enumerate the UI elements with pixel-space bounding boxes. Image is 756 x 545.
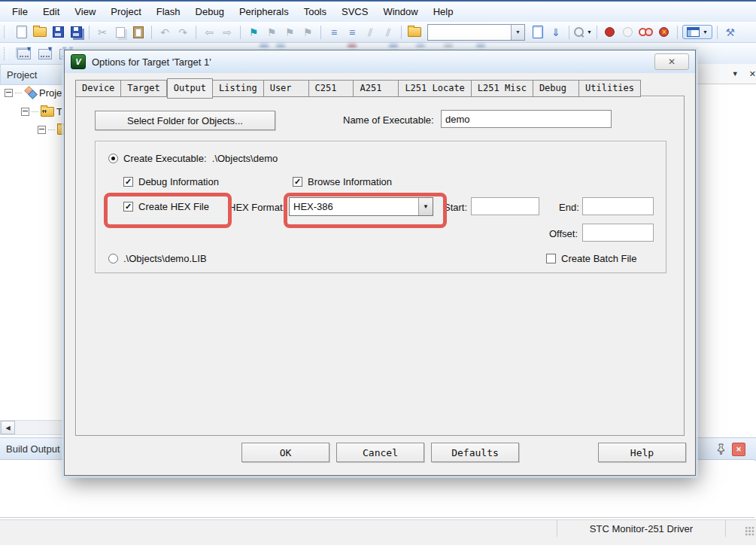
tab-l251-locate[interactable]: L251 Locate [399, 80, 471, 97]
tree-row-target[interactable]: T [21, 104, 62, 119]
create-hex-row[interactable]: ✓ Create HEX File [123, 201, 209, 212]
lib-radio-row[interactable]: .\Objects\demo.LIB [108, 253, 207, 264]
driver-status-label: STC Monitor-251 Driver [590, 523, 693, 534]
project-panel-title: Project [7, 69, 37, 81]
help-button[interactable]: Help [598, 443, 686, 462]
collapse-icon[interactable] [21, 108, 29, 116]
ok-button[interactable]: OK [241, 443, 329, 462]
next-bookmark-icon[interactable]: ⚑ [281, 24, 298, 41]
hex-format-dropdown[interactable]: HEX-386 ▼ [289, 197, 433, 216]
search-combo-dropdown-icon[interactable]: ▼ [511, 25, 524, 40]
redo-icon[interactable]: ↷ [175, 24, 191, 41]
kill-all-breakpoints-icon[interactable] [656, 24, 673, 41]
tab-utilities[interactable]: Utilities [579, 80, 641, 97]
create-hex-checkbox[interactable]: ✓ [123, 202, 133, 212]
save-all-icon[interactable] [68, 24, 84, 41]
build-icon[interactable]: ▼ [36, 45, 54, 62]
search-magnifier-icon[interactable]: ▼ [574, 24, 592, 41]
search-input[interactable] [428, 25, 511, 40]
tree-row-project[interactable]: Proje [5, 85, 62, 100]
toolbar-grip [4, 47, 8, 60]
debug-information-row[interactable]: ✓ Debug Information [123, 176, 219, 187]
save-icon[interactable] [50, 24, 66, 41]
tree-label[interactable]: Proje [39, 87, 62, 99]
search-combobox[interactable]: ▼ [427, 24, 525, 41]
navigate-forward-icon[interactable]: ⇨ [219, 24, 235, 41]
build-output-close-icon[interactable]: ✕ [732, 443, 745, 456]
name-of-executable-input[interactable] [441, 110, 612, 128]
scroll-left-icon[interactable]: ◀ [1, 421, 15, 434]
translate-icon[interactable]: ▼ [15, 45, 33, 62]
collapse-icon[interactable] [5, 89, 13, 97]
breakpoint-empty-icon[interactable] [620, 24, 636, 41]
menu-edit[interactable]: Edit [35, 4, 67, 20]
tab-l251-misc[interactable]: L251 Misc [472, 80, 533, 97]
offset-label: Offset: [549, 228, 578, 239]
browse-information-checkbox[interactable]: ✓ [293, 177, 302, 187]
select-folder-button[interactable]: Select Folder for Objects... [95, 111, 275, 130]
dialog-title-bar[interactable]: V Options for Target 'Target 1' ✕ [65, 50, 695, 73]
panel-close-icon[interactable]: ✕ [749, 69, 756, 79]
start-input[interactable] [471, 197, 539, 215]
create-batch-checkbox[interactable] [546, 254, 556, 263]
undo-icon[interactable]: ↶ [156, 24, 173, 41]
incremental-find-icon[interactable]: ⇓ [548, 24, 564, 41]
create-batch-row[interactable]: Create Batch File [546, 253, 636, 264]
copy-icon[interactable] [112, 24, 129, 41]
create-executable-radio[interactable] [108, 154, 118, 163]
debug-information-checkbox[interactable]: ✓ [123, 177, 133, 187]
tab-target[interactable]: Target [121, 80, 166, 97]
menu-svcs[interactable]: SVCS [334, 4, 375, 20]
cut-icon[interactable]: ✂ [94, 24, 111, 41]
clear-bookmarks-icon[interactable]: ⚑ [299, 24, 316, 41]
pin-icon[interactable] [716, 443, 726, 455]
offset-input[interactable] [582, 224, 654, 242]
navigate-back-icon[interactable]: ⇦ [201, 24, 217, 41]
menu-help[interactable]: Help [426, 4, 461, 20]
menu-debug[interactable]: Debug [188, 4, 232, 20]
resize-grip[interactable] [745, 526, 754, 536]
configure-tools-icon[interactable]: ⚒ [722, 24, 739, 41]
end-input[interactable] [582, 197, 654, 215]
defaults-button[interactable]: Defaults [431, 443, 519, 462]
comment-icon[interactable]: ⫽ [362, 24, 378, 41]
unindent-icon[interactable]: ≡ [326, 24, 342, 41]
prev-bookmark-icon[interactable]: ⚑ [263, 24, 280, 41]
tab-a251[interactable]: A251 [354, 80, 399, 97]
tab-device[interactable]: Device [75, 80, 121, 97]
select-folder-button-label: Select Folder for Objects... [127, 115, 243, 126]
find-in-files-icon[interactable] [530, 24, 546, 41]
menu-tools[interactable]: Tools [296, 4, 334, 20]
create-hex-label: Create HEX File [138, 201, 209, 212]
toggle-breakpoint-icon[interactable] [602, 24, 618, 41]
create-executable-radio-row[interactable]: Create Executable: .\Objects\demo [108, 153, 278, 164]
tree-label[interactable]: T [56, 106, 62, 117]
menu-window[interactable]: Window [375, 4, 425, 20]
tab-debug[interactable]: Debug [533, 80, 579, 97]
menu-flash[interactable]: Flash [149, 4, 188, 20]
menu-project[interactable]: Project [103, 4, 148, 20]
open-file-icon[interactable] [32, 24, 48, 41]
window-layout-icon[interactable]: ▼ [682, 25, 712, 39]
tab-user[interactable]: User [264, 80, 309, 97]
insert-bookmark-icon[interactable]: ⚑ [245, 24, 262, 41]
find-in-folder-icon[interactable] [406, 24, 423, 41]
cancel-button[interactable]: Cancel [336, 443, 424, 462]
menu-peripherals[interactable]: Peripherals [232, 4, 296, 20]
menu-view[interactable]: View [67, 4, 103, 20]
lib-radio[interactable] [108, 254, 118, 263]
dialog-close-icon[interactable]: ✕ [654, 53, 689, 70]
menu-file[interactable]: File [5, 4, 35, 20]
tab-listing[interactable]: Listing [213, 80, 264, 97]
tab-output[interactable]: Output [167, 78, 213, 99]
paste-icon[interactable] [130, 24, 147, 41]
disable-all-breakpoints-icon[interactable] [638, 24, 654, 41]
new-file-icon[interactable] [14, 24, 30, 41]
uncomment-icon[interactable]: ⫽ [380, 24, 396, 41]
collapse-icon[interactable] [38, 126, 46, 134]
panel-chevron-down-icon[interactable]: ▼ [732, 70, 739, 78]
indent-icon[interactable]: ≡ [344, 24, 360, 41]
tab-c251[interactable]: C251 [309, 80, 354, 97]
hex-format-dropdown-icon[interactable]: ▼ [418, 198, 433, 215]
browse-information-row[interactable]: ✓ Browse Information [293, 176, 392, 187]
